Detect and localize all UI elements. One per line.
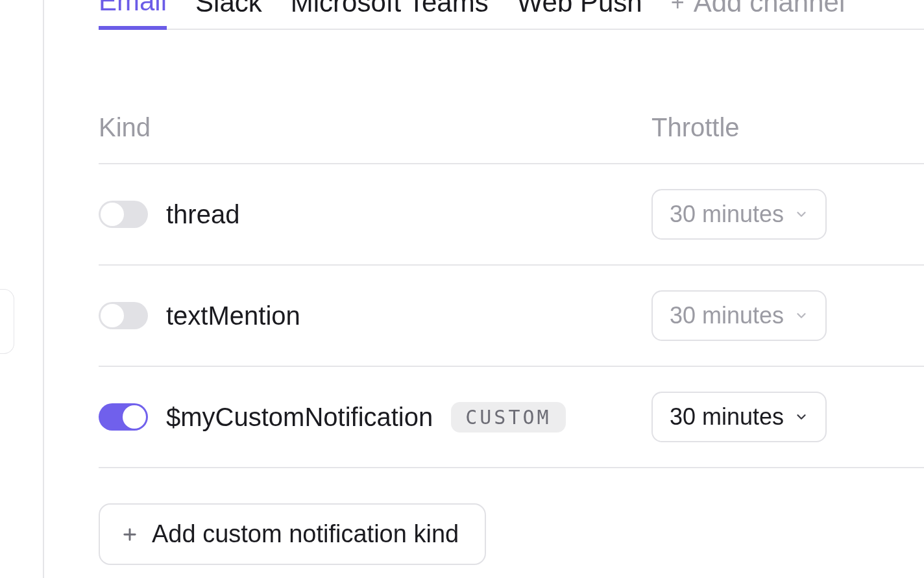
side-tab-handle[interactable] — [0, 289, 14, 354]
tab-email[interactable]: Email — [99, 0, 167, 30]
add-channel-label: Add channel — [694, 0, 845, 18]
tab-web-push[interactable]: Web Push — [517, 0, 642, 30]
tab-microsoft-teams[interactable]: Microsoft Teams — [291, 0, 489, 30]
add-custom-kind-label: Add custom notification kind — [152, 520, 459, 548]
throttle-cell: 30 minutes — [651, 392, 924, 442]
tab-slack[interactable]: Slack — [195, 0, 262, 30]
main-content: Email Slack Microsoft Teams Web Push + A… — [99, 0, 924, 578]
table-row: $myCustomNotification CUSTOM 30 minutes — [99, 367, 924, 468]
chevron-down-icon — [794, 207, 808, 221]
add-custom-kind-button[interactable]: Add custom notification kind — [99, 503, 486, 565]
kind-cell: thread — [99, 200, 651, 229]
kind-cell: textMention — [99, 301, 651, 331]
plus-icon: + — [671, 0, 685, 14]
throttle-cell: 30 minutes — [651, 189, 924, 240]
column-header-kind: Kind — [99, 113, 651, 142]
custom-badge: CUSTOM — [451, 402, 565, 433]
kind-label: thread — [166, 200, 239, 229]
toggle-knob — [101, 304, 124, 327]
column-header-throttle: Throttle — [651, 113, 924, 142]
kind-label: textMention — [166, 301, 300, 331]
plus-icon — [121, 525, 139, 544]
toggle-textmention[interactable] — [99, 302, 148, 329]
throttle-select-thread[interactable]: 30 minutes — [651, 189, 827, 240]
throttle-value: 30 minutes — [670, 302, 784, 329]
toggle-custom-notification[interactable] — [99, 403, 148, 431]
table-row: textMention 30 minutes — [99, 266, 924, 367]
throttle-select-custom[interactable]: 30 minutes — [651, 392, 827, 442]
notification-kinds-table: Kind Throttle thread 30 minutes — [99, 101, 924, 468]
table-header: Kind Throttle — [99, 101, 924, 164]
throttle-cell: 30 minutes — [651, 290, 924, 341]
add-channel-button[interactable]: + Add channel — [671, 0, 845, 30]
channel-tabs: Email Slack Microsoft Teams Web Push + A… — [99, 0, 924, 30]
table-row: thread 30 minutes — [99, 164, 924, 266]
throttle-select-textmention[interactable]: 30 minutes — [651, 290, 827, 341]
toggle-thread[interactable] — [99, 201, 148, 228]
chevron-down-icon — [794, 410, 808, 424]
chevron-down-icon — [794, 308, 808, 323]
kind-cell: $myCustomNotification CUSTOM — [99, 402, 651, 433]
toggle-knob — [123, 405, 146, 429]
toggle-knob — [101, 203, 124, 226]
throttle-value: 30 minutes — [670, 403, 784, 431]
kind-label: $myCustomNotification — [166, 403, 433, 432]
throttle-value: 30 minutes — [670, 201, 784, 228]
